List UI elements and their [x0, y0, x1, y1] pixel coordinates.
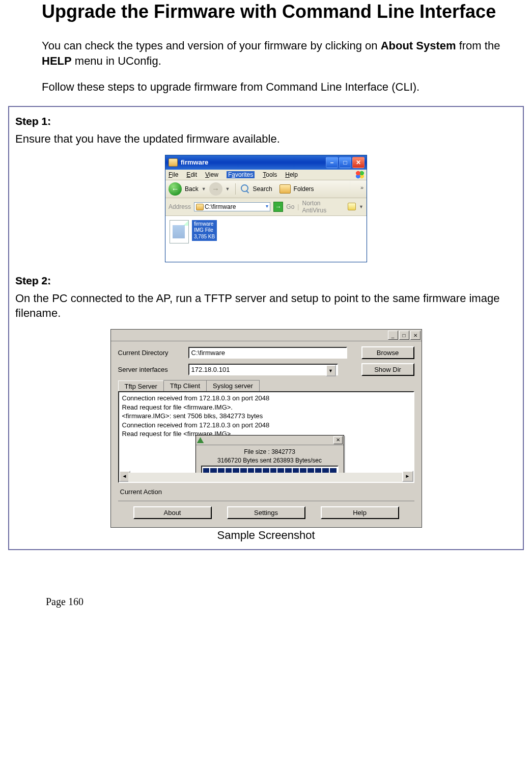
browse-button[interactable]: Browse — [361, 346, 414, 359]
explorer-window: firmware – □ ✕ File Edit View Favorites … — [165, 155, 367, 262]
server-interfaces-select[interactable]: 172.18.0.101 — [188, 364, 338, 375]
folder-icon — [169, 158, 178, 167]
address-label: Address — [169, 203, 191, 210]
about-system-label: About System — [381, 39, 456, 52]
show-dir-button[interactable]: Show Dir — [361, 363, 414, 376]
close-button[interactable]: ✕ — [352, 157, 365, 168]
explorer-body: firmware IMG File 3,785 KB — [165, 216, 367, 262]
toolbar-overflow[interactable]: » — [360, 184, 363, 191]
steps-container: Step 1: Ensure that you have the updated… — [8, 106, 524, 550]
explorer-addressbar: Address C:\firmware → Go | Norton AntiVi… — [165, 198, 367, 216]
progress-icon — [197, 437, 204, 443]
intro-text: from the — [456, 39, 500, 52]
screenshot-explorer: firmware – □ ✕ File Edit View Favorites … — [15, 155, 517, 262]
toolbar-separator — [235, 183, 236, 195]
back-button[interactable]: ← — [169, 182, 182, 196]
log-line: Connection received from 172.18.0.3 on p… — [122, 394, 410, 403]
progress-file-size: File size : 3842773 — [201, 448, 339, 456]
back-dropdown[interactable]: ▼ — [202, 186, 206, 192]
tftp-titlebar[interactable]: _ □ ✕ — [111, 330, 422, 341]
menu-tools[interactable]: Tools — [263, 171, 277, 178]
search-button[interactable]: Search — [253, 185, 272, 193]
current-directory-input[interactable]: C:\firmware — [188, 347, 347, 359]
menu-view[interactable]: View — [205, 171, 218, 178]
explorer-menubar: File Edit View Favorites Tools Help — [165, 170, 367, 180]
explorer-toolbar: ← Back ▼ → ▼ Search Folders » — [165, 180, 367, 198]
tftp-window: _ □ ✕ Current Directory C:\firmware Brow… — [110, 329, 422, 528]
intro-text: You can check the types and version of y… — [42, 39, 381, 52]
step-1-text: Ensure that you have the updated firmwar… — [15, 131, 517, 147]
step-2-label: Step 2: — [15, 275, 517, 287]
settings-button[interactable]: Settings — [227, 506, 305, 519]
current-directory-label: Current Directory — [118, 349, 184, 357]
log-line: Read request for file <firmware.IMG>. — [122, 403, 410, 412]
page-title: Upgrade the Firmware with Command Line I… — [42, 0, 506, 23]
intro-paragraph-2: Follow these steps to upgrade firmware f… — [42, 79, 506, 95]
menu-file[interactable]: File — [169, 171, 178, 178]
search-icon — [241, 184, 250, 194]
explorer-titlebar[interactable]: firmware – □ ✕ — [165, 155, 367, 170]
menu-favorites[interactable]: Favorites — [227, 171, 255, 178]
tftp-footer: About Settings Help — [118, 501, 414, 521]
progress-bytes-sent: 3166720 Bytes sent 263893 Bytes/sec — [201, 456, 339, 465]
help-button[interactable]: Help — [321, 506, 399, 519]
go-button[interactable]: → — [273, 202, 283, 212]
file-tooltip: firmware IMG File 3,785 KB — [192, 220, 217, 241]
about-button[interactable]: About — [133, 506, 212, 519]
tftp-tabs: Tftp Server Tftp Client Syslog server — [118, 380, 414, 391]
forward-button[interactable]: → — [209, 182, 222, 196]
close-button[interactable]: ✕ — [410, 331, 421, 340]
intro-paragraph-1: You can check the types and version of y… — [42, 38, 506, 68]
page-number: Page 160 — [46, 596, 526, 608]
back-label: Back — [185, 185, 199, 193]
server-interfaces-label: Server interfaces — [118, 366, 184, 373]
norton-icon[interactable] — [348, 203, 356, 210]
maximize-button[interactable]: □ — [339, 157, 351, 168]
step-2-text: On the PC connected to the AP, run a TFT… — [15, 291, 517, 321]
maximize-button[interactable]: □ — [399, 331, 409, 340]
windows-logo-icon — [355, 171, 365, 179]
norton-label[interactable]: Norton AntiVirus — [302, 200, 344, 214]
log-line: Connection received from 172.18.0.3 on p… — [122, 421, 410, 430]
tab-tftp-client[interactable]: Tftp Client — [163, 380, 207, 391]
minimize-button[interactable]: _ — [388, 331, 398, 340]
scrollbar-track[interactable] — [128, 473, 404, 482]
tab-tftp-server[interactable]: Tftp Server — [118, 380, 164, 392]
menu-edit[interactable]: Edit — [186, 171, 197, 178]
step-1-label: Step 1: — [15, 115, 517, 127]
minimize-button[interactable]: – — [326, 157, 338, 168]
scroll-right-button[interactable]: ► — [402, 471, 413, 482]
screenshot-caption: Sample Screenshot — [217, 529, 315, 542]
folders-icon — [279, 184, 291, 194]
help-menu-label: HELP — [42, 55, 72, 67]
folders-button[interactable]: Folders — [294, 185, 314, 193]
menu-help[interactable]: Help — [285, 171, 298, 178]
forward-dropdown[interactable]: ▼ — [226, 186, 230, 192]
log-line: <firmware.IMG>: sent 7506 blks, 3842773 … — [122, 412, 410, 421]
norton-dropdown[interactable]: ▼ — [359, 204, 363, 209]
file-icon[interactable] — [170, 220, 189, 243]
go-label: Go — [286, 203, 294, 210]
current-action-label: Current Action — [120, 488, 414, 496]
tab-syslog-server[interactable]: Syslog server — [206, 380, 260, 391]
tftp-log: Connection received from 172.18.0.3 on p… — [118, 391, 414, 483]
address-input[interactable]: C:\firmware — [194, 202, 270, 211]
popup-close-button[interactable]: ✕ — [333, 436, 343, 444]
explorer-title: firmware — [181, 158, 326, 166]
intro-text: menu in UConfig. — [72, 55, 161, 67]
